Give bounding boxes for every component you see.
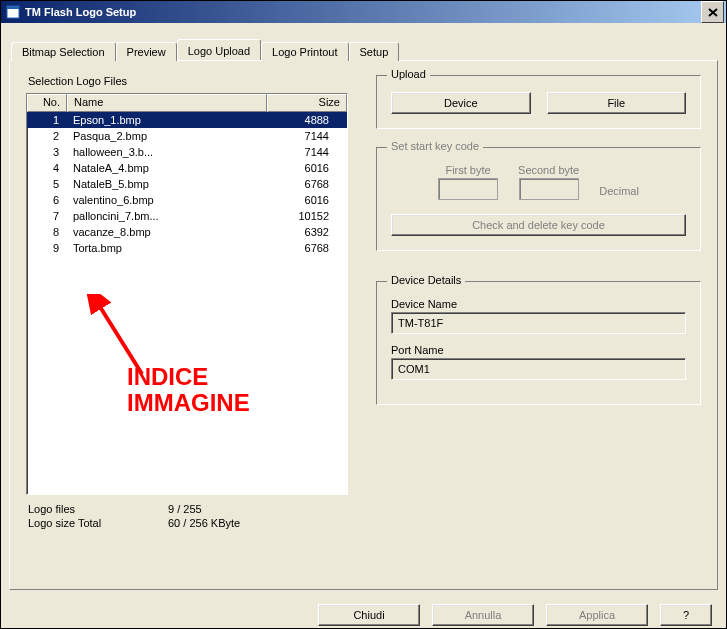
- cell-name: NataleA_4.bmp: [67, 160, 257, 176]
- list-header: No. Name Size: [27, 94, 347, 112]
- cell-size: 7144: [257, 144, 337, 160]
- second-byte-label: Second byte: [518, 164, 579, 176]
- keycode-groupbox: Set start key code First byte Second byt…: [376, 147, 701, 251]
- first-byte-label: First byte: [445, 164, 490, 176]
- col-no[interactable]: No.: [27, 94, 67, 112]
- stats: Logo files 9 / 255 Logo size Total 60 / …: [28, 503, 356, 529]
- selection-label: Selection Logo Files: [28, 75, 356, 87]
- cell-name: Epson_1.bmp: [67, 112, 257, 128]
- upload-groupbox: Upload Device File: [376, 75, 701, 129]
- col-name[interactable]: Name: [67, 94, 267, 112]
- cancel-button: Annulla: [432, 604, 534, 626]
- col-size[interactable]: Size: [267, 94, 347, 112]
- cell-name: halloween_3.b...: [67, 144, 257, 160]
- cell-no: 2: [27, 128, 67, 144]
- cell-size: 4888: [257, 112, 337, 128]
- cell-size: 10152: [257, 208, 337, 224]
- apply-button: Applica: [546, 604, 648, 626]
- cell-size: 6768: [257, 176, 337, 192]
- list-row[interactable]: 3halloween_3.b...7144: [27, 144, 347, 160]
- cell-name: Torta.bmp: [67, 240, 257, 256]
- list-row[interactable]: 5NataleB_5.bmp6768: [27, 176, 347, 192]
- app-icon: [5, 4, 21, 20]
- cell-no: 3: [27, 144, 67, 160]
- cell-name: palloncini_7.bm...: [67, 208, 257, 224]
- tabstrip: Bitmap Selection Preview Logo Upload Log…: [11, 39, 718, 60]
- annotation-arrow-icon: [87, 294, 167, 384]
- stats-total-label: Logo size Total: [28, 517, 168, 529]
- cell-no: 7: [27, 208, 67, 224]
- first-byte-input: [438, 178, 498, 200]
- stats-total-value: 60 / 256 KByte: [168, 517, 240, 529]
- list-row[interactable]: 6valentino_6.bmp6016: [27, 192, 347, 208]
- tab-logo-upload[interactable]: Logo Upload: [177, 39, 261, 60]
- upload-file-button[interactable]: File: [547, 92, 687, 114]
- device-name-label: Device Name: [391, 298, 686, 310]
- right-column: Upload Device File Set start key code Fi…: [376, 75, 701, 573]
- tab-setup[interactable]: Setup: [349, 42, 400, 61]
- svg-line-2: [97, 302, 142, 374]
- device-details-groupbox: Device Details Device Name TM-T81F Port …: [376, 281, 701, 405]
- cell-size: 7144: [257, 128, 337, 144]
- cell-name: vacanze_8.bmp: [67, 224, 257, 240]
- stats-files-value: 9 / 255: [168, 503, 202, 515]
- cell-size: 6016: [257, 192, 337, 208]
- decimal-label: Decimal: [599, 185, 639, 197]
- list-row[interactable]: 7palloncini_7.bm...10152: [27, 208, 347, 224]
- keycode-title: Set start key code: [387, 140, 483, 152]
- cell-name: valentino_6.bmp: [67, 192, 257, 208]
- device-name-value: TM-T81F: [391, 312, 686, 334]
- window-title: TM Flash Logo Setup: [25, 6, 701, 18]
- stats-files-label: Logo files: [28, 503, 168, 515]
- device-details-title: Device Details: [387, 274, 465, 286]
- port-name-label: Port Name: [391, 344, 686, 356]
- close-button[interactable]: [701, 1, 724, 23]
- upload-device-button[interactable]: Device: [391, 92, 531, 114]
- cell-no: 4: [27, 160, 67, 176]
- annotation-text: INDICE IMMAGINE: [127, 364, 250, 417]
- tab-bitmap-selection[interactable]: Bitmap Selection: [11, 42, 116, 61]
- cell-no: 5: [27, 176, 67, 192]
- list-row[interactable]: 4NataleA_4.bmp6016: [27, 160, 347, 176]
- main-window: TM Flash Logo Setup Bitmap Selection Pre…: [0, 0, 727, 629]
- svg-rect-1: [7, 6, 19, 9]
- list-row[interactable]: 2Pasqua_2.bmp7144: [27, 128, 347, 144]
- cell-name: NataleB_5.bmp: [67, 176, 257, 192]
- upload-title: Upload: [387, 68, 430, 80]
- port-name-value: COM1: [391, 358, 686, 380]
- cell-no: 9: [27, 240, 67, 256]
- cell-no: 8: [27, 224, 67, 240]
- titlebar: TM Flash Logo Setup: [1, 1, 726, 23]
- close-dialog-button[interactable]: Chiudi: [318, 604, 420, 626]
- cell-size: 6768: [257, 240, 337, 256]
- tab-panel: Selection Logo Files No. Name Size 1Epso…: [9, 60, 718, 590]
- tab-logo-printout[interactable]: Logo Printout: [261, 42, 348, 61]
- footer: Chiudi Annulla Applica ?: [1, 598, 726, 629]
- list-body: 1Epson_1.bmp48882Pasqua_2.bmp71443hallow…: [27, 112, 347, 256]
- list-row[interactable]: 1Epson_1.bmp4888: [27, 112, 347, 128]
- client-area: Bitmap Selection Preview Logo Upload Log…: [1, 23, 726, 598]
- list-row[interactable]: 9Torta.bmp6768: [27, 240, 347, 256]
- cell-size: 6392: [257, 224, 337, 240]
- list-row[interactable]: 8vacanze_8.bmp6392: [27, 224, 347, 240]
- second-byte-input: [519, 178, 579, 200]
- help-button[interactable]: ?: [660, 604, 712, 626]
- logo-file-list[interactable]: No. Name Size 1Epson_1.bmp48882Pasqua_2.…: [26, 93, 348, 495]
- check-delete-keycode-button: Check and delete key code: [391, 214, 686, 236]
- left-column: Selection Logo Files No. Name Size 1Epso…: [26, 75, 356, 573]
- cell-no: 6: [27, 192, 67, 208]
- cell-size: 6016: [257, 160, 337, 176]
- tab-preview[interactable]: Preview: [116, 42, 177, 61]
- cell-no: 1: [27, 112, 67, 128]
- cell-name: Pasqua_2.bmp: [67, 128, 257, 144]
